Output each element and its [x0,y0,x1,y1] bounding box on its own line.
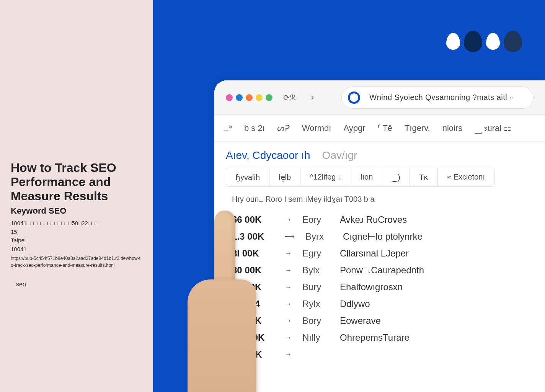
row-label: Ddlywo [340,299,370,309]
logo-bubble [464,31,482,52]
tab-item[interactable]: nloirs [442,123,463,133]
data-row[interactable]: 1.3 00K⟶ByrxCıgne⊢lo ptolynrke [226,228,534,245]
row-mid: Egry [302,248,329,259]
logo-bubble [504,31,522,52]
browser-top-bar: ⟳ℛ › Wnind Syoiech Qvsamoning ?mats aitl… [214,80,545,115]
filter-cell[interactable]: ɧyvalih [226,168,269,186]
filter-cell[interactable]: le̱lb [269,168,300,186]
nav-refresh-icon[interactable]: ⟳ℛ [280,93,299,102]
arrow-icon: → [285,266,292,274]
filter-row: ɧyvalih le̱lb ^12lifeg ↓ lıon ‿) Tᴋ ≈ Ex… [226,168,494,187]
tab-item[interactable]: Aypgr [343,123,365,133]
row-mid: Bury [302,282,329,292]
row-label: Eowerave [340,315,381,326]
row-mid: Bory [302,315,329,326]
arrow-icon: → [285,351,292,359]
data-row[interactable]: 8I 00K→EgryCllarsınal LJeper [226,245,534,262]
window-dot[interactable] [246,94,253,101]
filter-cell[interactable]: Tᴋ [410,168,438,186]
city-line: Taipei [11,236,142,245]
row-mid: Rylx [302,299,329,309]
page-url: https://pub-5c454f571b8e40a3a2aad27ade84… [11,255,142,269]
search-icon [348,91,360,104]
arrow-icon: → [285,300,292,308]
row-label: Ehalfowıgrosxn [340,282,403,292]
row-mid: Byrx [305,231,332,242]
tab-item[interactable]: ᔕᕈ [277,123,290,133]
row-label: OhrepemsTurare [340,332,410,343]
browser-window: ⟳ℛ › Wnind Syoiech Qvsamoning ?mats aitl… [214,80,545,392]
data-row[interactable]: 17 004→RylxDdlywo [226,296,534,312]
logo-cluster [444,31,522,52]
row-mid: Bylx [302,265,329,276]
postal-line: 10041 [11,245,142,254]
left-info-panel: How to Track SEO Performance and Measure… [0,0,153,392]
data-row[interactable]: 8Ł 00K→ [226,346,534,363]
tab-item[interactable]: b s 2ı [244,123,265,133]
filter-cell[interactable]: ^12lifeg ↓ [300,168,351,186]
tab-item[interactable]: ᶠ Tē [378,123,392,133]
tab-item[interactable]: ⎵ ⲝural ⚏ [475,123,511,133]
data-row[interactable]: 66 00K→EoryAvkeᴊ RuCroves [226,211,534,228]
arrow-icon: → [285,216,292,224]
filter-cell[interactable]: lıon [351,168,382,186]
window-dot[interactable] [266,94,272,101]
floor-line: 15 [11,228,142,237]
pointing-hand-illustration [188,211,256,392]
tab-strip: ⟂ᵠ b s 2ı ᔕᕈ Wormdı Aypgr ᶠ Tē Tıgerv, n… [214,115,545,142]
tag-label: seo [11,278,31,291]
data-row[interactable]: 32 00K→BuryEhalfowıgrosxn [226,279,534,296]
arrow-icon: → [285,250,292,258]
content-area: Aıev, Cdycaoor ıh Oav/ıgr ɧyvalih le̱lb … [214,142,545,371]
row-mid: Eory [302,214,329,225]
arrow-icon: → [285,317,292,325]
row-label: Cıgne⊢lo ptolynrke [343,231,423,242]
window-dot[interactable] [226,94,233,101]
window-controls [226,94,272,101]
row-mid: Nılly [302,332,329,343]
search-bar[interactable]: Wnind Syoiech Qvsamoning ?mats aitl ·· [341,87,534,109]
tab-item[interactable]: Wormdı [302,123,331,133]
page-title: How to Track SEO Performance and Measure… [11,161,142,203]
tab-item[interactable]: ⟂ᵠ [224,123,232,133]
row-label: Cllarsınal LJeper [340,248,409,259]
row-label: Avkeᴊ RuCroves [340,214,407,225]
row-label: Ponw□.Caurapednth [340,265,424,276]
arrow-icon: ⟶ [285,232,295,241]
breadcrumb: Aıev, Cdycaoor ıh Oav/ıgr [226,149,534,162]
sub-header: Hry oun⎵ Roro I sem ıMey ildɣaı T003 b a [226,194,534,204]
data-row[interactable]: 80 00K→BylxPonw□.Caurapednth [226,262,534,279]
window-dot[interactable] [256,94,263,101]
filter-cell[interactable]: ‿) [382,168,410,186]
tab-item[interactable]: Tıgerv, [405,123,430,133]
chevron-right-icon[interactable]: › [307,93,318,103]
arrow-icon: → [285,283,292,291]
breadcrumb-main: Aıev, Cdycaoor ıh [226,149,310,161]
data-row[interactable]: SO 00K→NıllyOhrepemsTurare [226,329,534,346]
logo-bubble [484,31,502,52]
filter-cell[interactable]: ≈ Excietonı [438,168,494,186]
page-subtitle: Keyword SEO [11,206,142,216]
address-line: 10041□□□□□□□□□□□□□50□22□□□ [11,219,142,228]
search-text: Wnind Syoiech Qvsamoning ?mats aitl ·· [369,93,514,102]
window-dot[interactable] [236,94,243,101]
arrow-icon: → [285,334,292,342]
data-row[interactable]: 32 00K→BoryEowerave [226,312,534,329]
logo-bubble [444,31,462,52]
breadcrumb-secondary: Oav/ıgr [322,149,357,161]
